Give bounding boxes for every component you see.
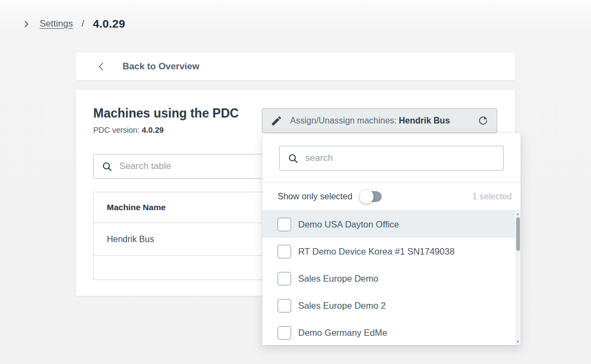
list-item[interactable]: Sales Europe Demo 2: [262, 292, 521, 319]
breadcrumb-settings-link[interactable]: Settings: [40, 18, 73, 29]
chevron-left-icon: [97, 61, 106, 73]
search-icon: [287, 153, 299, 164]
scrollbar-thumb[interactable]: [516, 217, 520, 251]
scroll-up-icon[interactable]: ▲: [515, 212, 521, 216]
assign-dropdown-panel: Show only selected 1 selected Demo USA D…: [262, 133, 521, 345]
back-to-overview-button[interactable]: Back to Overview: [76, 53, 515, 80]
show-only-selected-row: Show only selected 1 selected: [262, 182, 521, 211]
search-icon: [101, 161, 113, 172]
list-item[interactable]: Sales Europe Demo: [262, 265, 521, 292]
page: Settings / 4.0.29 Back to Overview Machi…: [0, 0, 591, 364]
show-only-selected-label: Show only selected: [278, 192, 352, 202]
pdc-version-value: 4.0.29: [142, 126, 163, 134]
list-item[interactable]: Demo Germany EdMe: [262, 319, 521, 345]
assign-machine-name: Hendrik Bus: [399, 116, 450, 126]
pencil-icon: [271, 115, 282, 127]
table-search-box: [93, 154, 282, 179]
assign-unassign-label: Assign/Unassign machines:: [290, 116, 397, 126]
toggle-knob: [359, 190, 374, 204]
list-item[interactable]: Demo USA Dayton Office: [262, 211, 521, 238]
breadcrumb: Settings / 4.0.29: [22, 17, 125, 30]
list-item-label: Demo Germany EdMe: [298, 328, 387, 338]
checkbox[interactable]: [278, 326, 291, 340]
list-item-label: Sales Europe Demo 2: [298, 301, 386, 311]
list-item-label: RT Demo Device Korea #1 SN1749038: [298, 246, 454, 257]
machine-name-cell: Hendrik Bus: [107, 235, 154, 244]
dropdown-search-input[interactable]: [305, 153, 496, 164]
show-only-selected-toggle[interactable]: [361, 191, 382, 202]
table-search-input[interactable]: [119, 161, 274, 172]
back-to-overview-label: Back to Overview: [123, 61, 200, 72]
chevron-right-icon: [22, 20, 31, 29]
assign-unassign-button[interactable]: Assign/Unassign machines: Hendrik Bus: [262, 108, 497, 133]
dropdown-search-box: [279, 146, 504, 171]
breadcrumb-separator: /: [81, 18, 84, 29]
pdc-version-line: PDC version: 4.0.29: [93, 126, 164, 134]
selected-count: 1 selected: [472, 192, 512, 202]
checkbox[interactable]: [278, 245, 291, 258]
scrollbar[interactable]: ▲ ▼: [515, 211, 521, 345]
checkbox[interactable]: [278, 299, 291, 313]
machine-checkbox-list: Demo USA Dayton Office RT Demo Device Ko…: [262, 211, 521, 345]
scroll-down-icon[interactable]: ▼: [515, 340, 521, 344]
list-item-label: Sales Europe Demo: [298, 274, 378, 284]
list-item-label: Demo USA Dayton Office: [298, 219, 399, 230]
pdc-version-label: PDC version:: [93, 126, 142, 134]
page-title: Machines using the PDC: [93, 106, 239, 121]
refresh-icon[interactable]: [478, 115, 489, 126]
checkbox[interactable]: [278, 272, 291, 285]
breadcrumb-current-version: 4.0.29: [93, 17, 125, 30]
checkbox[interactable]: [278, 218, 291, 231]
list-item[interactable]: RT Demo Device Korea #1 SN1749038: [262, 238, 521, 265]
